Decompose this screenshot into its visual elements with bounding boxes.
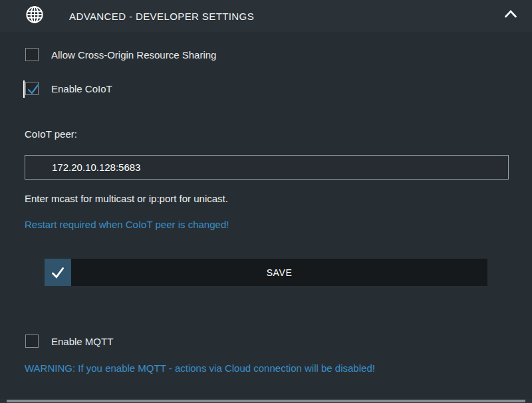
section-header[interactable]: ADVANCED - DEVELOPER SETTINGS <box>0 0 532 32</box>
save-button-label: SAVE <box>71 259 487 286</box>
restart-required-note: Restart required when CoIoT peer is chan… <box>25 219 229 230</box>
coiot-peer-help-text: Enter mcast for multicast or ip:port for… <box>25 193 228 204</box>
coiot-peer-input[interactable] <box>25 155 509 180</box>
globe-icon <box>25 5 44 24</box>
horizontal-scrollbar-track[interactable] <box>0 399 532 403</box>
cors-checkbox[interactable] <box>25 48 39 61</box>
horizontal-scrollbar-thumb[interactable] <box>7 400 525 402</box>
coiot-checkbox-label: Enable CoIoT <box>51 83 112 94</box>
developer-settings-panel: ADVANCED - DEVELOPER SETTINGS Allow Cros… <box>0 0 532 403</box>
chevron-up-icon[interactable] <box>504 9 517 19</box>
coiot-peer-label: CoIoT peer: <box>25 128 77 140</box>
checkmark-icon <box>26 82 41 96</box>
checkmark-icon <box>49 264 66 281</box>
coiot-checkbox[interactable] <box>25 82 39 95</box>
save-check-square <box>45 259 71 286</box>
coiot-checkbox-row: Enable CoIoT <box>25 82 112 95</box>
mqtt-checkbox[interactable] <box>25 335 39 348</box>
mqtt-warning-text: WARNING: If you enable MQTT - actions vi… <box>25 362 375 374</box>
cors-checkbox-label: Allow Cross-Origin Resource Sharing <box>51 49 216 61</box>
cors-checkbox-row: Allow Cross-Origin Resource Sharing <box>25 48 216 61</box>
section-title: ADVANCED - DEVELOPER SETTINGS <box>69 0 254 32</box>
mqtt-checkbox-row: Enable MQTT <box>25 335 113 348</box>
mqtt-checkbox-label: Enable MQTT <box>51 336 113 347</box>
save-button[interactable]: SAVE <box>45 259 487 286</box>
